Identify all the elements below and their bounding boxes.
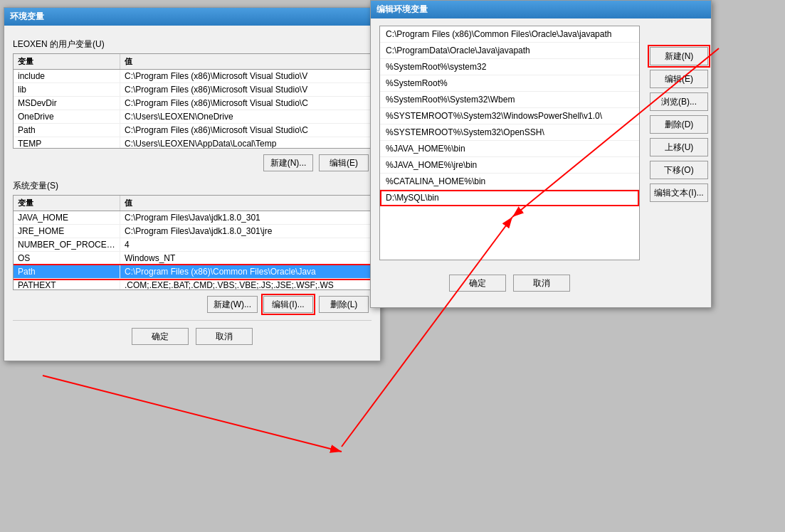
- sys-val-jre-home: C:\Program Files\Java\jdk1.8.0_301\jre: [120, 225, 371, 238]
- user-var-temp: TEMP: [14, 137, 120, 148]
- user-edit-button[interactable]: 编辑(E): [319, 154, 369, 171]
- user-col-val-header: 值: [120, 54, 371, 69]
- path-item[interactable]: %JAVA_HOME%\bin: [380, 141, 639, 157]
- user-vars-table: 变量 值 include C:\Program Files (x86)\Micr…: [13, 53, 372, 149]
- env-dialog-titlebar: 环境变量: [4, 8, 380, 26]
- path-item[interactable]: %SYSTEMROOT%\System32\OpenSSH\: [380, 124, 639, 141]
- path-item[interactable]: %SystemRoot%: [380, 75, 639, 92]
- sys-var-os: OS: [14, 252, 120, 265]
- mysql-path-item[interactable]: D:\MySQL\bin: [380, 190, 639, 206]
- table-row[interactable]: MSDevDir C:\Program Files (x86)\Microsof…: [14, 97, 371, 110]
- svg-line-1: [43, 376, 342, 452]
- user-section-label: LEOXEN 的用户变量(U): [13, 38, 372, 50]
- table-row[interactable]: lib C:\Program Files (x86)\Microsoft Vis…: [14, 83, 371, 97]
- edit-cancel-button[interactable]: 取消: [513, 275, 570, 292]
- sys-col-val-header: 值: [120, 196, 371, 211]
- sys-val-path: C:\Program Files (x86)\Common Files\Orac…: [120, 265, 371, 278]
- sys-var-path: Path: [14, 265, 120, 278]
- user-var-onedrive: OneDrive: [14, 110, 120, 123]
- user-val-lib: C:\Program Files (x86)\Microsoft Visual …: [120, 83, 371, 96]
- user-var-msdevdir: MSDevDir: [14, 97, 120, 110]
- path-item[interactable]: %JAVA_HOME%\jre\bin: [380, 157, 639, 174]
- table-row[interactable]: OS Windows_NT: [14, 252, 371, 265]
- env-dialog-footer: 确定 取消: [13, 320, 372, 353]
- sys-val-pathext: .COM;.EXE;.BAT;.CMD;.VBS;.VBE;.JS;.JSE;.…: [120, 279, 371, 289]
- edit-up-button[interactable]: 上移(U): [650, 138, 708, 156]
- path-list: C:\Program Files (x86)\Common Files\Orac…: [379, 26, 640, 260]
- edit-ok-button[interactable]: 确定: [449, 275, 506, 292]
- path-item[interactable]: %CATALINA_HOME%\bin: [380, 174, 639, 190]
- sys-var-java-home: JAVA_HOME: [14, 211, 120, 224]
- sys-val-java-home: C:\Program Files\Java\jdk1.8.0_301: [120, 211, 371, 224]
- user-val-temp: C:\Users\LEOXEN\AppData\Local\Temp: [120, 137, 371, 148]
- sys-buttons-row: 新建(W)... 编辑(I)... 删除(L): [13, 296, 372, 313]
- user-table-body: include C:\Program Files (x86)\Microsoft…: [14, 70, 371, 148]
- sys-new-button[interactable]: 新建(W)...: [207, 296, 258, 313]
- user-col-var-header: 变量: [14, 54, 120, 69]
- table-row[interactable]: JRE_HOME C:\Program Files\Java\jdk1.8.0_…: [14, 225, 371, 238]
- env-variables-dialog: 环境变量 LEOXEN 的用户变量(U) 变量 值 include C:\Pro…: [4, 7, 381, 361]
- sys-path-row[interactable]: Path C:\Program Files (x86)\Common Files…: [14, 265, 371, 279]
- sys-var-num-proc: NUMBER_OF_PROCESSORS: [14, 238, 120, 251]
- user-new-button[interactable]: 新建(N)...: [263, 154, 313, 171]
- path-item[interactable]: C:\Program Files (x86)\Common Files\Orac…: [380, 26, 639, 43]
- edit-dialog-titlebar: 编辑环境变量: [371, 1, 711, 18]
- edit-down-button[interactable]: 下移(O): [650, 161, 708, 179]
- system-section-label: 系统变量(S): [13, 180, 372, 192]
- table-row[interactable]: OneDrive C:\Users\LEOXEN\OneDrive: [14, 110, 371, 124]
- user-val-include: C:\Program Files (x86)\Microsoft Visual …: [120, 70, 371, 83]
- table-row[interactable]: Path C:\Program Files (x86)\Microsoft Vi…: [14, 124, 371, 137]
- env-ok-button[interactable]: 确定: [132, 328, 189, 345]
- user-table-header: 变量 值: [14, 54, 371, 70]
- sys-val-os: Windows_NT: [120, 252, 371, 265]
- user-val-onedrive: C:\Users\LEOXEN\OneDrive: [120, 110, 371, 123]
- sys-table-header: 变量 值: [14, 196, 371, 211]
- edit-delete-button[interactable]: 删除(D): [650, 115, 708, 134]
- user-var-path: Path: [14, 124, 120, 137]
- edit-edit-button[interactable]: 编辑(E): [650, 70, 708, 88]
- table-row[interactable]: NUMBER_OF_PROCESSORS 4: [14, 238, 371, 252]
- edit-env-dialog: 编辑环境变量 C:\Program Files (x86)\Common Fil…: [370, 0, 712, 308]
- edit-dialog-title: 编辑环境变量: [376, 4, 428, 16]
- sys-var-jre-home: JRE_HOME: [14, 225, 120, 238]
- sys-val-num-proc: 4: [120, 238, 371, 251]
- sys-col-var-header: 变量: [14, 196, 120, 211]
- edit-new-button[interactable]: 新建(N): [650, 47, 708, 65]
- sys-table-body: JAVA_HOME C:\Program Files\Java\jdk1.8.0…: [14, 211, 371, 289]
- path-item[interactable]: %SYSTEMROOT%\System32\WindowsPowerShell\…: [380, 108, 639, 124]
- edit-browse-button[interactable]: 浏览(B)...: [650, 92, 708, 111]
- edit-dialog-footer: 确定 取消: [379, 267, 640, 300]
- sys-vars-table: 变量 值 JAVA_HOME C:\Program Files\Java\jdk…: [13, 195, 372, 290]
- user-buttons-row: 新建(N)... 编辑(E): [13, 154, 372, 171]
- edit-text-button[interactable]: 编辑文本(I)...: [650, 183, 708, 202]
- path-item[interactable]: %SystemRoot%\System32\Wbem: [380, 92, 639, 108]
- path-item[interactable]: %SystemRoot%\system32: [380, 59, 639, 75]
- user-val-path: C:\Program Files (x86)\Microsoft Visual …: [120, 124, 371, 137]
- sys-delete-button[interactable]: 删除(L): [319, 296, 369, 313]
- table-row[interactable]: JAVA_HOME C:\Program Files\Java\jdk1.8.0…: [14, 211, 371, 225]
- table-row[interactable]: TEMP C:\Users\LEOXEN\AppData\Local\Temp: [14, 137, 371, 148]
- table-row[interactable]: PATHEXT .COM;.EXE;.BAT;.CMD;.VBS;.VBE;.J…: [14, 279, 371, 289]
- sys-var-pathext: PATHEXT: [14, 279, 120, 289]
- user-val-msdevdir: C:\Program Files (x86)\Microsoft Visual …: [120, 97, 371, 110]
- user-var-include: include: [14, 70, 120, 83]
- path-item[interactable]: C:\ProgramData\Oracle\Java\javapath: [380, 43, 639, 59]
- edit-buttons-panel: 新建(N) 编辑(E) 浏览(B)... 删除(D) 上移(U) 下移(O) 编…: [647, 44, 711, 205]
- table-row[interactable]: include C:\Program Files (x86)\Microsoft…: [14, 70, 371, 83]
- env-dialog-title: 环境变量: [10, 11, 44, 23]
- sys-edit-button[interactable]: 编辑(I)...: [263, 296, 313, 313]
- env-cancel-button[interactable]: 取消: [196, 328, 253, 345]
- user-var-lib: lib: [14, 83, 120, 96]
